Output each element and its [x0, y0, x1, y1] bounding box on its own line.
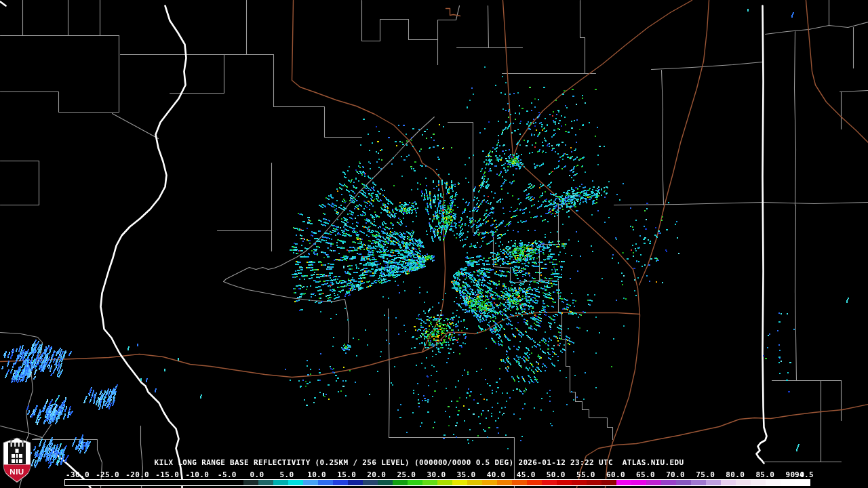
colorbar-label: -5.0: [218, 470, 237, 479]
niu-logo: NIU: [2, 437, 32, 485]
colorbar-label: 94.5: [795, 470, 814, 479]
colorbar-label: -30.0: [66, 470, 90, 479]
colorbar-segment: [273, 480, 288, 485]
colorbar-segment: [572, 480, 587, 485]
colorbar-segment: [437, 480, 452, 485]
colorbar-segment: [482, 480, 497, 485]
colorbar-segment: [781, 480, 795, 485]
colorbar-segment: [691, 480, 706, 485]
colorbar-segment: [601, 480, 616, 485]
colorbar-segment: [243, 480, 258, 485]
colorbar-label: 10.0: [307, 470, 326, 479]
radar-map-canvas: [0, 0, 868, 488]
colorbar-label: 50.0: [547, 470, 566, 479]
colorbar-label: 20.0: [367, 470, 386, 479]
colorbar-segment: [408, 480, 422, 485]
colorbar-label: 35.0: [457, 470, 476, 479]
colorbar-segment: [706, 480, 721, 485]
colorbar-label: 25.0: [397, 470, 416, 479]
colorbar-labels: -30.0-25.0-20.0-15.0-10.0-5.00.05.010.01…: [0, 470, 868, 479]
colorbar-segment: [616, 480, 631, 485]
radar-display: KILX LONG RANGE BASE REFLECTIVITY (0.25K…: [0, 0, 868, 488]
colorbar-segment: [676, 480, 691, 485]
colorbar-label: 40.0: [487, 470, 506, 479]
colorbar-segment: [393, 480, 408, 485]
colorbar-segment: [333, 480, 348, 485]
colorbar-segment: [467, 480, 482, 485]
colorbar-segment: [736, 480, 751, 485]
colorbar-label: -15.0: [155, 470, 179, 479]
colorbar-segment: [422, 480, 437, 485]
colorbar-label: 75.0: [696, 470, 715, 479]
colorbar-label: 45.0: [517, 470, 536, 479]
colorbar-label: 15.0: [337, 470, 356, 479]
colorbar-label: -10.0: [185, 470, 209, 479]
colorbar-segment: [557, 480, 572, 485]
colorbar-segment: [363, 480, 378, 485]
niu-logo-text: NIU: [9, 468, 24, 476]
colorbar-label: 70.0: [666, 470, 685, 479]
colorbar-label: -20.0: [125, 470, 149, 479]
colorbar-segment: [497, 480, 512, 485]
colorbar-segment: [318, 480, 333, 485]
colorbar-segment: [766, 480, 781, 485]
colorbar-segment: [721, 480, 736, 485]
colorbar-segment: [795, 480, 810, 485]
colorbar-segment: [258, 480, 273, 485]
colorbar-segment: [348, 480, 363, 485]
colorbar-segment: [452, 480, 467, 485]
colorbar-segment: [751, 480, 766, 485]
colorbar-label: 65.0: [636, 470, 655, 479]
colorbar-segment: [512, 480, 527, 485]
colorbar-segment: [661, 480, 676, 485]
radar-caption: KILX LONG RANGE BASE REFLECTIVITY (0.25K…: [0, 458, 838, 468]
colorbar-scale: [64, 479, 810, 486]
colorbar-segments: [243, 480, 810, 485]
colorbar-label: 55.0: [576, 470, 595, 479]
colorbar-label: 5.0: [280, 470, 294, 479]
colorbar-segment: [646, 480, 661, 485]
colorbar-segment: [587, 480, 601, 485]
colorbar-segment: [303, 480, 318, 485]
colorbar-segment: [288, 480, 303, 485]
colorbar-label: 80.0: [726, 470, 745, 479]
colorbar-segment: [527, 480, 542, 485]
colorbar-segment: [631, 480, 646, 485]
colorbar-label: 85.0: [755, 470, 774, 479]
colorbar-segment: [542, 480, 557, 485]
colorbar-label: 0.0: [250, 470, 264, 479]
colorbar-segment: [378, 480, 393, 485]
colorbar-label: 60.0: [606, 470, 625, 479]
colorbar-label: 30.0: [427, 470, 446, 479]
colorbar-label: -25.0: [96, 470, 119, 479]
